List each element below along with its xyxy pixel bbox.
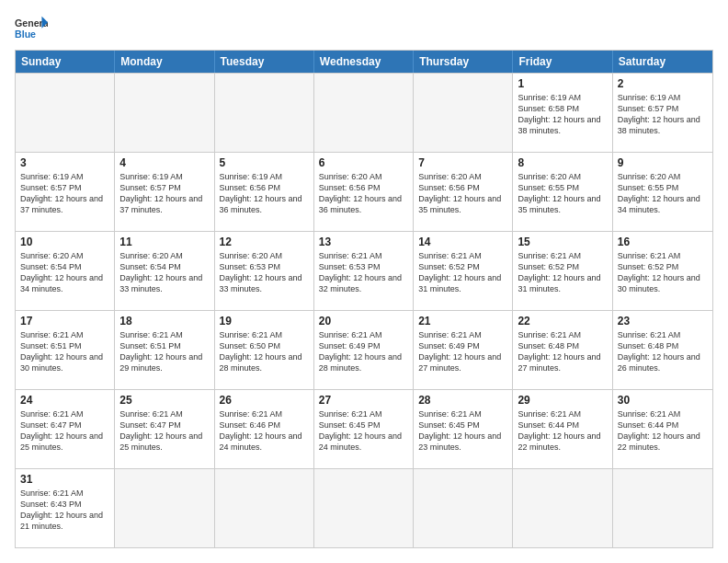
- day-info: Sunrise: 6:21 AM Sunset: 6:46 PM Dayligh…: [220, 408, 309, 454]
- day-info: Sunrise: 6:19 AM Sunset: 6:56 PM Dayligh…: [220, 171, 309, 216]
- calendar-cell: 13Sunrise: 6:21 AM Sunset: 6:53 PM Dayli…: [314, 232, 414, 310]
- day-number: 15: [518, 236, 607, 248]
- day-info: Sunrise: 6:19 AM Sunset: 6:58 PM Dayligh…: [518, 92, 607, 137]
- calendar-cell: [115, 74, 214, 152]
- day-number: 1: [518, 77, 607, 90]
- calendar-row-2: 10Sunrise: 6:20 AM Sunset: 6:54 PM Dayli…: [16, 231, 712, 310]
- calendar-cell: 27Sunrise: 6:21 AM Sunset: 6:45 PM Dayli…: [314, 390, 414, 468]
- day-info: Sunrise: 6:19 AM Sunset: 6:57 PM Dayligh…: [119, 171, 209, 216]
- calendar-cell: [414, 469, 513, 547]
- calendar-cell: 4Sunrise: 6:19 AM Sunset: 6:57 PM Daylig…: [115, 153, 214, 231]
- page: General Blue SundayMondayTuesdayWednesda…: [0, 0, 728, 563]
- day-number: 27: [319, 394, 408, 407]
- day-info: Sunrise: 6:21 AM Sunset: 6:51 PM Dayligh…: [119, 329, 209, 374]
- day-info: Sunrise: 6:21 AM Sunset: 6:51 PM Dayligh…: [20, 329, 109, 374]
- day-number: 12: [220, 236, 309, 248]
- calendar-row-0: 1Sunrise: 6:19 AM Sunset: 6:58 PM Daylig…: [16, 73, 712, 152]
- day-number: 24: [20, 394, 109, 407]
- day-header-friday: Friday: [513, 51, 612, 73]
- day-number: 20: [319, 315, 408, 327]
- day-info: Sunrise: 6:21 AM Sunset: 6:50 PM Dayligh…: [220, 329, 309, 374]
- calendar-cell: 6Sunrise: 6:20 AM Sunset: 6:56 PM Daylig…: [314, 153, 414, 231]
- day-number: 5: [220, 156, 309, 169]
- day-number: 16: [618, 236, 708, 248]
- calendar-cell: 20Sunrise: 6:21 AM Sunset: 6:49 PM Dayli…: [314, 311, 414, 389]
- day-number: 9: [618, 156, 708, 169]
- day-info: Sunrise: 6:21 AM Sunset: 6:45 PM Dayligh…: [418, 408, 507, 454]
- calendar-cell: 7Sunrise: 6:20 AM Sunset: 6:56 PM Daylig…: [414, 153, 513, 231]
- day-number: 3: [20, 156, 109, 169]
- calendar-body: 1Sunrise: 6:19 AM Sunset: 6:58 PM Daylig…: [16, 73, 712, 547]
- calendar-cell: [16, 74, 115, 152]
- day-info: Sunrise: 6:21 AM Sunset: 6:53 PM Dayligh…: [319, 250, 408, 295]
- calendar-cell: 25Sunrise: 6:21 AM Sunset: 6:47 PM Dayli…: [115, 390, 214, 468]
- day-header-thursday: Thursday: [414, 51, 513, 73]
- calendar-cell: 3Sunrise: 6:19 AM Sunset: 6:57 PM Daylig…: [16, 153, 115, 231]
- day-info: Sunrise: 6:21 AM Sunset: 6:52 PM Dayligh…: [618, 250, 708, 295]
- day-number: 18: [119, 315, 209, 327]
- svg-text:Blue: Blue: [15, 29, 36, 40]
- day-info: Sunrise: 6:20 AM Sunset: 6:54 PM Dayligh…: [20, 250, 109, 295]
- day-number: 19: [220, 315, 309, 327]
- day-number: 22: [518, 315, 607, 327]
- calendar-cell: 15Sunrise: 6:21 AM Sunset: 6:52 PM Dayli…: [513, 232, 612, 310]
- day-header-tuesday: Tuesday: [215, 51, 314, 73]
- calendar-cell: 29Sunrise: 6:21 AM Sunset: 6:44 PM Dayli…: [513, 390, 612, 468]
- logo: General Blue: [15, 15, 48, 40]
- calendar-cell: 17Sunrise: 6:21 AM Sunset: 6:51 PM Dayli…: [16, 311, 115, 389]
- calendar-cell: 10Sunrise: 6:20 AM Sunset: 6:54 PM Dayli…: [16, 232, 115, 310]
- calendar-cell: 23Sunrise: 6:21 AM Sunset: 6:48 PM Dayli…: [613, 311, 712, 389]
- day-info: Sunrise: 6:21 AM Sunset: 6:44 PM Dayligh…: [618, 408, 708, 454]
- calendar-cell: 14Sunrise: 6:21 AM Sunset: 6:52 PM Dayli…: [414, 232, 513, 310]
- day-number: 28: [418, 394, 507, 407]
- day-info: Sunrise: 6:21 AM Sunset: 6:47 PM Dayligh…: [20, 408, 109, 454]
- calendar-cell: 8Sunrise: 6:20 AM Sunset: 6:55 PM Daylig…: [513, 153, 612, 231]
- calendar-cell: [215, 469, 314, 547]
- day-info: Sunrise: 6:19 AM Sunset: 6:57 PM Dayligh…: [20, 171, 109, 216]
- calendar-cell: 16Sunrise: 6:21 AM Sunset: 6:52 PM Dayli…: [613, 232, 712, 310]
- day-info: Sunrise: 6:20 AM Sunset: 6:53 PM Dayligh…: [220, 250, 309, 295]
- day-number: 11: [119, 236, 209, 248]
- calendar-cell: 18Sunrise: 6:21 AM Sunset: 6:51 PM Dayli…: [115, 311, 214, 389]
- day-number: 10: [20, 236, 109, 248]
- day-number: 31: [20, 473, 109, 486]
- generalblue-logo-icon: General Blue: [15, 15, 48, 40]
- day-number: 29: [518, 394, 607, 407]
- day-number: 4: [119, 156, 209, 169]
- calendar-cell: [115, 469, 214, 547]
- day-number: 7: [418, 156, 507, 169]
- calendar-cell: [215, 74, 314, 152]
- day-number: 17: [20, 315, 109, 327]
- calendar-cell: [613, 469, 712, 547]
- day-info: Sunrise: 6:19 AM Sunset: 6:57 PM Dayligh…: [618, 92, 708, 137]
- day-info: Sunrise: 6:21 AM Sunset: 6:49 PM Dayligh…: [319, 329, 408, 374]
- calendar-cell: 31Sunrise: 6:21 AM Sunset: 6:43 PM Dayli…: [16, 469, 115, 547]
- day-header-wednesday: Wednesday: [314, 51, 414, 73]
- day-number: 25: [119, 394, 209, 407]
- calendar-cell: 24Sunrise: 6:21 AM Sunset: 6:47 PM Dayli…: [16, 390, 115, 468]
- calendar: SundayMondayTuesdayWednesdayThursdayFrid…: [15, 50, 713, 548]
- calendar-cell: 28Sunrise: 6:21 AM Sunset: 6:45 PM Dayli…: [414, 390, 513, 468]
- calendar-row-3: 17Sunrise: 6:21 AM Sunset: 6:51 PM Dayli…: [16, 310, 712, 389]
- calendar-cell: [314, 74, 414, 152]
- day-info: Sunrise: 6:21 AM Sunset: 6:48 PM Dayligh…: [618, 329, 708, 374]
- day-header-saturday: Saturday: [613, 51, 712, 73]
- calendar-row-5: 31Sunrise: 6:21 AM Sunset: 6:43 PM Dayli…: [16, 468, 712, 547]
- calendar-cell: 1Sunrise: 6:19 AM Sunset: 6:58 PM Daylig…: [513, 74, 612, 152]
- calendar-cell: 30Sunrise: 6:21 AM Sunset: 6:44 PM Dayli…: [613, 390, 712, 468]
- day-info: Sunrise: 6:21 AM Sunset: 6:52 PM Dayligh…: [418, 250, 507, 295]
- calendar-cell: [513, 469, 612, 547]
- day-number: 30: [618, 394, 708, 407]
- calendar-cell: [414, 74, 513, 152]
- calendar-cell: 19Sunrise: 6:21 AM Sunset: 6:50 PM Dayli…: [215, 311, 314, 389]
- day-header-monday: Monday: [115, 51, 214, 73]
- day-info: Sunrise: 6:21 AM Sunset: 6:45 PM Dayligh…: [319, 408, 408, 454]
- calendar-header: SundayMondayTuesdayWednesdayThursdayFrid…: [16, 51, 712, 73]
- day-info: Sunrise: 6:21 AM Sunset: 6:44 PM Dayligh…: [518, 408, 607, 454]
- calendar-cell: 21Sunrise: 6:21 AM Sunset: 6:49 PM Dayli…: [414, 311, 513, 389]
- day-info: Sunrise: 6:21 AM Sunset: 6:52 PM Dayligh…: [518, 250, 607, 295]
- day-info: Sunrise: 6:20 AM Sunset: 6:55 PM Dayligh…: [518, 171, 607, 216]
- calendar-cell: [314, 469, 414, 547]
- day-info: Sunrise: 6:20 AM Sunset: 6:56 PM Dayligh…: [418, 171, 507, 216]
- day-number: 6: [319, 156, 408, 169]
